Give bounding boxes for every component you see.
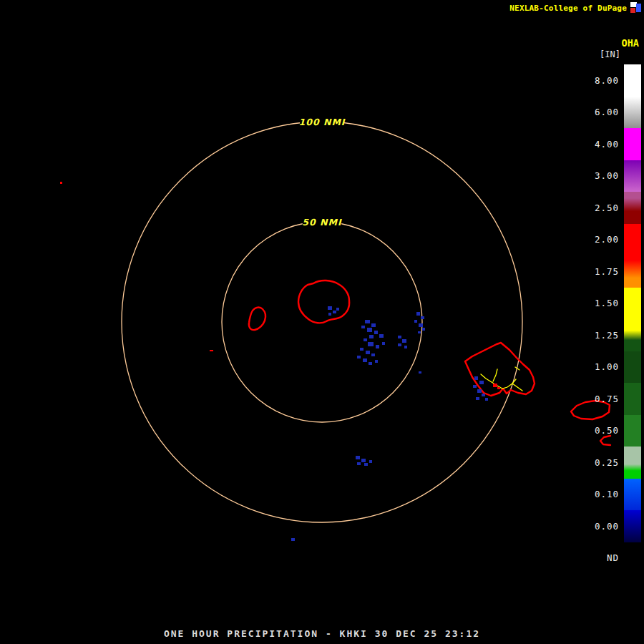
legend-item-6-00: 6.00 [580, 97, 641, 129]
precip-echo [369, 460, 372, 463]
legend-item-1-25: 1.25 [580, 319, 641, 351]
legend-value-label: 0.75 [580, 394, 619, 404]
precip-echo [336, 308, 339, 311]
legend-value-label: 1.75 [580, 266, 619, 277]
legend-color-swatch [624, 351, 641, 384]
legend-item-4-00: 4.00 [580, 128, 641, 160]
legend-value-label: 0.10 [580, 489, 619, 499]
red-mark [60, 182, 62, 184]
cod-logo-red-block [630, 8, 635, 13]
ring-label-100-nmi: 100 NMI [299, 117, 346, 127]
legend-color-swatch [624, 415, 641, 447]
precip-echo [333, 311, 336, 313]
cod-logo-blue-block [636, 4, 641, 12]
legend-header: OHA [IN] [600, 37, 639, 59]
precip-echo [414, 320, 417, 323]
legend-item-0-25: 0.25 [580, 447, 641, 479]
precip-echo [404, 346, 407, 348]
legend-color-swatch [624, 542, 641, 575]
road-line-1 [493, 369, 497, 381]
precip-echo [361, 459, 366, 462]
product-caption: ONE HOUR PRECIPITATION - KHKI 30 DEC 25 … [0, 628, 644, 639]
precip-echo [367, 328, 372, 332]
radar-display: 100 NMI50 NMI [0, 0, 644, 644]
island-outline-niihau [249, 308, 265, 331]
legend-item-0-00: 0.00 [580, 510, 641, 542]
precip-echo [328, 313, 331, 316]
legend-value-label: 2.00 [580, 234, 619, 245]
island-outline-kauai [298, 280, 349, 323]
legend-item-3-00: 3.00 [580, 160, 641, 192]
credit-text: NEXLAB-College of DuPage [509, 4, 627, 13]
precip-echo [474, 376, 478, 380]
legend-color-swatch [624, 447, 641, 479]
precip-echo [291, 538, 295, 541]
precip-echo [360, 348, 364, 351]
legend-value-label: 0.50 [580, 425, 619, 436]
legend-color-swatch [624, 64, 641, 97]
precip-echo [376, 345, 379, 348]
precip-echo [473, 385, 477, 388]
legend-color-swatch [624, 383, 641, 415]
legend-scale: 8.006.004.003.002.502.001.751.501.251.00… [580, 64, 641, 574]
precip-echo [356, 456, 360, 459]
precip-echo [375, 360, 378, 363]
precip-echo [371, 323, 376, 327]
legend-value-label: 2.50 [580, 203, 619, 213]
legend-color-swatch [624, 288, 641, 320]
precip-echo [416, 312, 420, 316]
legend-color-swatch [624, 97, 641, 129]
legend-color-swatch [624, 479, 641, 511]
precip-echo [357, 356, 361, 358]
legend-color-swatch [624, 192, 641, 224]
precip-echo [361, 326, 365, 328]
legend-item-1-75: 1.75 [580, 255, 641, 288]
precip-echo [371, 353, 375, 356]
legend-item-1-00: 1.00 [580, 351, 641, 384]
legend-value-label: 8.00 [580, 75, 619, 86]
precip-echo [364, 463, 368, 466]
precip-echo [398, 336, 401, 338]
precip-echo [418, 331, 421, 333]
precip-echo [482, 394, 485, 396]
ring-label-50-nmi: 50 NMI [302, 217, 342, 228]
precip-echo [366, 351, 370, 354]
precip-echo [398, 343, 401, 346]
legend-item-0-75: 0.75 [580, 383, 641, 415]
red-mark [497, 387, 500, 389]
precip-echo [368, 342, 374, 346]
legend-item-0-10: 0.10 [580, 479, 641, 511]
precip-echo [485, 398, 488, 401]
red-mark [493, 384, 497, 387]
legend-item-0-50: 0.50 [580, 415, 641, 447]
precip-echo [419, 323, 423, 327]
legend-value-label: 4.00 [580, 139, 619, 150]
legend-color-swatch [624, 128, 641, 160]
legend-color-swatch [624, 319, 641, 351]
legend-value-label: 1.00 [580, 361, 619, 372]
precip-echo [379, 334, 384, 338]
legend-units-label: [IN] [600, 49, 639, 59]
precip-echo [479, 381, 484, 384]
legend-color-swatch [624, 160, 641, 192]
precip-echo [365, 320, 370, 323]
red-mark [210, 350, 213, 351]
precip-echo [369, 335, 374, 338]
cod-logo-icon [630, 1, 642, 14]
legend-item-8-00: 8.00 [580, 64, 641, 97]
legend-item-nd: ND [580, 542, 641, 575]
legend-item-2-00: 2.00 [580, 224, 641, 256]
legend-value-label: ND [580, 552, 619, 563]
precip-echo [419, 371, 421, 374]
legend-color-swatch [624, 255, 641, 288]
precip-echo [421, 316, 424, 319]
legend-value-label: 3.00 [580, 170, 619, 181]
precip-echo [477, 389, 482, 393]
legend-value-label: 6.00 [580, 107, 619, 117]
precip-echo [382, 342, 385, 345]
precip-echo [374, 331, 378, 334]
precip-echo [364, 338, 367, 341]
precip-echo [422, 328, 425, 331]
precip-echo [369, 362, 372, 365]
legend-value-label: 1.25 [580, 330, 619, 341]
